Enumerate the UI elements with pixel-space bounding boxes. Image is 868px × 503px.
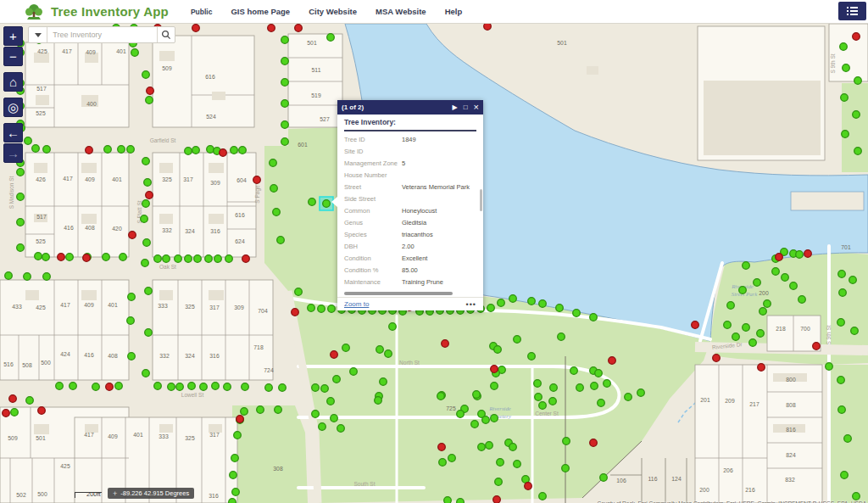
tree-point-green[interactable] [327,398,335,405]
tree-point-green[interactable] [127,146,135,154]
tree-point-green[interactable] [826,363,833,371]
tree-point-green[interactable] [5,272,13,280]
tree-point-green[interactable] [26,397,34,405]
tree-point-red[interactable] [442,340,449,348]
tree-point-green[interactable] [842,131,849,138]
tree-point-green[interactable] [17,244,25,252]
tree-point-green[interactable] [127,317,135,325]
tree-point-green[interactable] [528,353,536,360]
tree-point-green[interactable] [92,383,100,391]
tree-point-green[interactable] [281,36,289,44]
tree-point-green[interactable] [337,425,345,433]
tree-point-green[interactable] [556,305,564,312]
tree-point-green[interactable] [319,423,326,431]
tree-point-green[interactable] [163,255,170,263]
tree-point-red[interactable] [853,33,860,41]
tree-point-green[interactable] [17,169,25,176]
tree-point-green[interactable] [25,137,32,145]
tree-point-green[interactable] [841,472,849,479]
tree-point-red[interactable] [438,444,446,451]
tree-point-green[interactable] [837,319,845,327]
tree-point-green[interactable] [724,321,732,329]
tree-point-green[interactable] [514,461,521,468]
tree-point-green[interactable] [281,79,289,87]
tree-point-green[interactable] [838,271,846,278]
tree-point-green[interactable] [854,148,862,155]
tree-point-green[interactable] [154,383,162,390]
tree-point-red[interactable] [590,439,598,447]
tree-point-green[interactable] [796,251,804,259]
tree-point-red[interactable] [129,232,136,239]
tree-point-green[interactable] [570,367,578,375]
tree-point-green[interactable] [843,64,850,72]
tree-point-green[interactable] [104,146,112,154]
tree-point-green[interactable] [375,397,382,405]
tree-point-green[interactable] [851,327,859,335]
tree-point-red[interactable] [493,496,501,503]
tree-point-red[interactable] [147,87,154,95]
tree-point-red[interactable] [292,309,299,316]
tree-point-green[interactable] [168,383,175,391]
tree-point-red[interactable] [758,364,765,372]
tree-point-green[interactable] [772,268,780,276]
tree-point-green[interactable] [732,333,740,341]
tree-point-red[interactable] [491,366,498,373]
tree-point-green[interactable] [385,350,392,358]
tree-point-green[interactable] [205,255,213,263]
tree-point-green[interactable] [743,262,750,270]
tree-point-green[interactable] [498,299,505,307]
tree-point-green[interactable] [727,302,735,310]
tree-point-green[interactable] [295,288,303,296]
tree-point-green[interactable] [281,138,289,146]
tree-point-green[interactable] [185,255,192,263]
tree-point-green[interactable] [486,442,493,450]
tree-point-red[interactable] [106,383,114,391]
tree-point-green[interactable] [754,279,761,287]
tree-point-green[interactable] [563,438,570,445]
tree-point-green[interactable] [131,49,139,57]
tree-point-red[interactable] [236,416,244,423]
tree-point-green[interactable] [471,421,479,428]
tree-point-green[interactable] [482,416,490,424]
tree-point-red[interactable] [192,25,200,32]
tree-point-green[interactable] [790,282,798,290]
locate-button[interactable]: ◎ [3,98,23,117]
tree-point-green[interactable] [192,147,200,154]
tree-point-green[interactable] [838,406,846,414]
tree-point-red[interactable] [3,410,10,417]
tree-point-red[interactable] [609,357,616,365]
tree-point-green[interactable] [853,493,860,500]
vertical-scrollbar[interactable] [480,189,482,211]
tree-point-green[interactable] [625,394,632,401]
tree-point-green[interactable] [590,314,598,321]
tree-point-green[interactable] [448,455,456,462]
tree-point-green[interactable] [308,305,315,312]
tree-point-green[interactable] [739,287,747,294]
tree-point-green[interactable] [350,368,358,376]
tree-point-green[interactable] [154,255,162,263]
tree-point-green[interactable] [444,497,452,503]
tree-point-green[interactable] [279,384,287,392]
tree-point-green[interactable] [214,255,222,263]
tree-point-red[interactable] [220,149,227,157]
more-options-icon[interactable]: ••• [466,303,476,306]
tree-point-red[interactable] [713,355,721,362]
tree-point-green[interactable] [491,415,498,422]
tree-point-green[interactable] [185,148,192,155]
tree-point-green[interactable] [312,384,320,392]
tree-point-green[interactable] [854,77,862,85]
tree-point-green[interactable] [491,383,498,390]
tree-point-green[interactable] [24,273,31,281]
tree-point-green[interactable] [522,476,530,483]
tree-point-green[interactable] [331,415,338,422]
tree-point-green[interactable] [241,408,248,416]
tree-point-green[interactable] [509,295,517,303]
tree-point-green[interactable] [840,43,848,51]
tree-point-green[interactable] [600,474,608,482]
tree-point-green[interactable] [11,409,19,416]
tree-point-green[interactable] [764,300,771,308]
tree-point-red[interactable] [253,176,261,184]
tree-point-green[interactable] [142,158,150,165]
tree-point-green[interactable] [239,147,247,154]
tree-point-green[interactable] [457,411,465,418]
